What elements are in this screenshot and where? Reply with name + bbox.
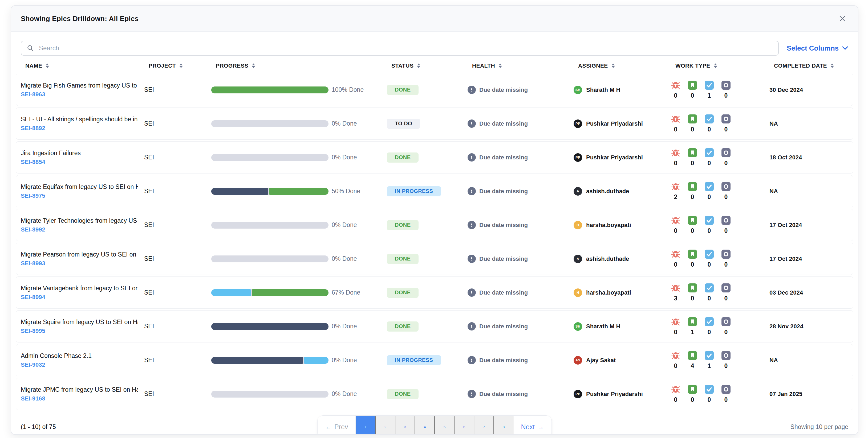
search-box[interactable] xyxy=(21,41,779,56)
name-cell: SEI - UI - All strings / spellings shoul… xyxy=(21,116,144,132)
page-button[interactable]: 5 xyxy=(435,416,455,435)
name-cell: Jira Ingestion Failures SEI-8854 xyxy=(21,149,144,166)
story-icon xyxy=(688,148,697,157)
bug-icon xyxy=(671,80,680,90)
column-header-worktype[interactable]: WORK TYPE xyxy=(675,63,774,69)
table-row[interactable]: Migrate Equifax from legacy US to SEI on… xyxy=(16,175,854,207)
status-badge: DONE xyxy=(387,288,418,298)
table-row[interactable]: Migrate Squire from legacy US to SEI on … xyxy=(16,310,854,342)
column-header-name[interactable]: NAME xyxy=(25,63,149,69)
page-button[interactable]: 8 xyxy=(494,416,514,435)
assignee-cell: A ashish.duthade xyxy=(574,255,671,263)
status-badge: DONE xyxy=(387,322,418,332)
story-icon xyxy=(688,249,697,259)
assignee-cell: SH Sharath M H xyxy=(574,322,671,331)
table-row[interactable]: Migrate JPMC from legacy US to SEI on Ha… xyxy=(16,378,854,410)
table-row[interactable]: Admin Console Phase 2.1 SEI-9032 SEI 0% … xyxy=(16,344,854,376)
epic-key-link[interactable]: SEI-9032 xyxy=(21,361,144,368)
prev-label: Prev xyxy=(334,423,348,431)
epic-name: Admin Console Phase 2.1 xyxy=(21,352,138,360)
assignee-name: Sharath M H xyxy=(586,323,620,330)
status-badge: IN PROGRESS xyxy=(387,355,441,365)
progress-cell: 0% Done xyxy=(211,391,387,398)
assignee-name: ashish.duthade xyxy=(586,256,629,262)
column-header-assignee[interactable]: ASSIGNEE xyxy=(578,63,675,69)
progress-bar xyxy=(211,289,329,296)
avatar: A xyxy=(574,187,582,196)
worktype-bug: 0 xyxy=(671,114,680,133)
epic-key-link[interactable]: SEI-8854 xyxy=(21,159,144,166)
table-row[interactable]: Jira Ingestion Failures SEI-8854 SEI 0% … xyxy=(16,141,854,173)
epic-key-link[interactable]: SEI-8992 xyxy=(21,226,144,233)
close-button[interactable] xyxy=(837,13,848,25)
progress-bar xyxy=(211,222,329,229)
progress-cell: 50% Done xyxy=(211,188,387,195)
assignee-cell: AS Ajay Sakat xyxy=(574,356,671,365)
next-label: Next xyxy=(521,423,535,431)
worktype-task: 1 xyxy=(705,351,714,370)
epic-name: SEI - UI - All strings / spellings shoul… xyxy=(21,116,138,123)
epic-key-link[interactable]: SEI-8963 xyxy=(21,91,144,98)
table-row[interactable]: Migrate Big Fish Games from legacy US to… xyxy=(16,74,854,106)
worktype-cell: 0 0 1 0 xyxy=(671,80,769,99)
footer: (1 - 10) of 75 ← Prev 1 2 3 4 5 6 7 8 Ne… xyxy=(11,415,858,435)
table-row[interactable]: SEI - UI - All strings / spellings shoul… xyxy=(16,107,854,140)
epic-icon xyxy=(721,114,731,124)
page-button[interactable]: 1 xyxy=(356,416,376,435)
epic-icon xyxy=(721,283,731,293)
table-row[interactable]: Migrate Vantagebank from legacy to SEI o… xyxy=(16,276,854,309)
column-header-project[interactable]: PROJECT xyxy=(149,63,216,69)
story-count: 1 xyxy=(691,329,694,336)
progress-label: 100% Done xyxy=(332,86,364,93)
epic-key-link[interactable]: SEI-8995 xyxy=(21,328,144,335)
epic-count: 0 xyxy=(724,396,728,403)
epic-key-link[interactable]: SEI-8994 xyxy=(21,294,144,301)
worktype-epic: 0 xyxy=(721,249,731,268)
page-button[interactable]: 7 xyxy=(474,416,494,435)
prev-button[interactable]: ← Prev xyxy=(317,416,356,435)
story-count: 4 xyxy=(691,363,694,370)
page-title: Showing Epics Drilldown: All Epics xyxy=(21,14,138,23)
worktype-task: 0 xyxy=(705,148,714,167)
avatar: PP xyxy=(574,390,582,398)
epic-key-link[interactable]: SEI-8975 xyxy=(21,192,144,199)
project-cell: SEI xyxy=(144,86,211,93)
epic-name: Migrate Tyler Technologies from legacy U… xyxy=(21,217,138,224)
progress-segment xyxy=(304,357,329,364)
search-input[interactable] xyxy=(38,44,773,52)
health-label: Due date missing xyxy=(479,188,528,195)
worktype-cell: 0 0 0 0 xyxy=(671,249,769,268)
column-header-status[interactable]: STATUS xyxy=(391,63,472,69)
select-columns-button[interactable]: Select Columns xyxy=(787,44,848,53)
column-header-progress[interactable]: PROGRESS xyxy=(216,63,391,69)
worktype-story: 0 xyxy=(688,216,697,234)
next-button[interactable]: Next → xyxy=(514,416,552,435)
health-cell: Due date missing xyxy=(468,120,574,128)
completed-date: 18 Oct 2024 xyxy=(769,154,848,161)
page-button[interactable]: 6 xyxy=(455,416,474,435)
epic-count: 0 xyxy=(724,329,728,336)
status-cell: DONE xyxy=(387,288,468,298)
epic-icon xyxy=(721,216,731,225)
epic-key-link[interactable]: SEI-8892 xyxy=(21,125,144,132)
worktype-epic: 0 xyxy=(721,385,731,403)
page-button[interactable]: 3 xyxy=(395,416,415,435)
worktype-epic: 0 xyxy=(721,351,731,370)
worktype-bug: 3 xyxy=(671,283,680,302)
table-row[interactable]: Migrate Tyler Technologies from legacy U… xyxy=(16,209,854,241)
page-button[interactable]: 2 xyxy=(376,416,395,435)
project-cell: SEI xyxy=(144,391,211,398)
project-cell: SEI xyxy=(144,222,211,229)
completed-date: NA xyxy=(769,357,848,364)
progress-cell: 0% Done xyxy=(211,154,387,161)
epic-key-link[interactable]: SEI-8993 xyxy=(21,260,144,267)
epic-key-link[interactable]: SEI-9168 xyxy=(21,395,144,402)
progress-segment xyxy=(211,357,303,364)
column-header-health[interactable]: HEALTH xyxy=(472,63,578,69)
page-button[interactable]: 4 xyxy=(415,416,435,435)
worktype-epic: 0 xyxy=(721,283,731,302)
progress-cell: 0% Done xyxy=(211,255,387,262)
column-header-completed-date[interactable]: COMPLETED DATE xyxy=(774,63,844,69)
name-cell: Migrate Equifax from legacy US to SEI on… xyxy=(21,183,144,199)
table-row[interactable]: Migrate Pearson from legacy US to SEI on… xyxy=(16,243,854,275)
